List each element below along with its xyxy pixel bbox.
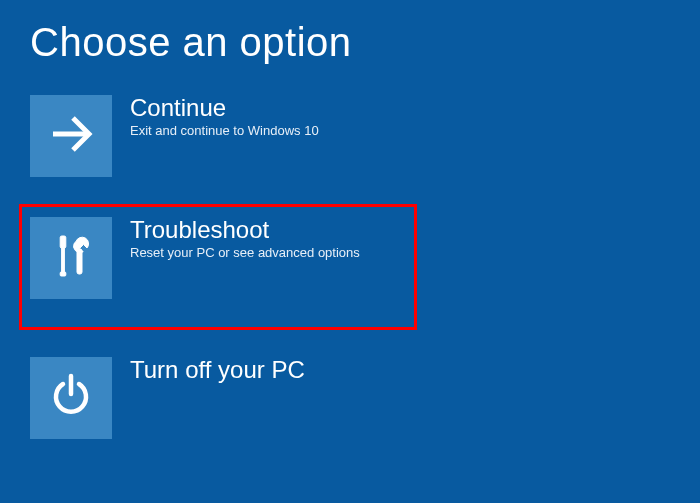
- svg-rect-3: [60, 272, 66, 276]
- svg-rect-2: [62, 248, 65, 272]
- option-continue-subtitle: Exit and continue to Windows 10: [130, 123, 319, 140]
- power-icon: [47, 372, 95, 424]
- option-troubleshoot-subtitle: Reset your PC or see advanced options: [130, 245, 360, 262]
- option-turn-off-text: Turn off your PC: [130, 357, 305, 385]
- recovery-choose-option-screen: Choose an option Continue Exit and conti…: [0, 0, 700, 503]
- page-title: Choose an option: [30, 20, 670, 65]
- arrow-right-icon: [47, 110, 95, 162]
- option-turn-off[interactable]: Turn off your PC: [30, 357, 406, 439]
- option-troubleshoot-title: Troubleshoot: [130, 217, 360, 243]
- svg-rect-1: [60, 236, 66, 248]
- option-turn-off-title: Turn off your PC: [130, 357, 305, 383]
- troubleshoot-tile: [30, 217, 112, 299]
- option-troubleshoot-text: Troubleshoot Reset your PC or see advanc…: [130, 217, 360, 262]
- option-troubleshoot[interactable]: Troubleshoot Reset your PC or see advanc…: [22, 207, 414, 327]
- option-continue-title: Continue: [130, 95, 319, 121]
- tools-icon: [47, 232, 95, 284]
- option-continue-text: Continue Exit and continue to Windows 10: [130, 95, 319, 140]
- options-list: Continue Exit and continue to Windows 10: [30, 95, 670, 439]
- svg-rect-4: [77, 249, 82, 274]
- turn-off-tile: [30, 357, 112, 439]
- option-continue[interactable]: Continue Exit and continue to Windows 10: [30, 95, 406, 177]
- continue-tile: [30, 95, 112, 177]
